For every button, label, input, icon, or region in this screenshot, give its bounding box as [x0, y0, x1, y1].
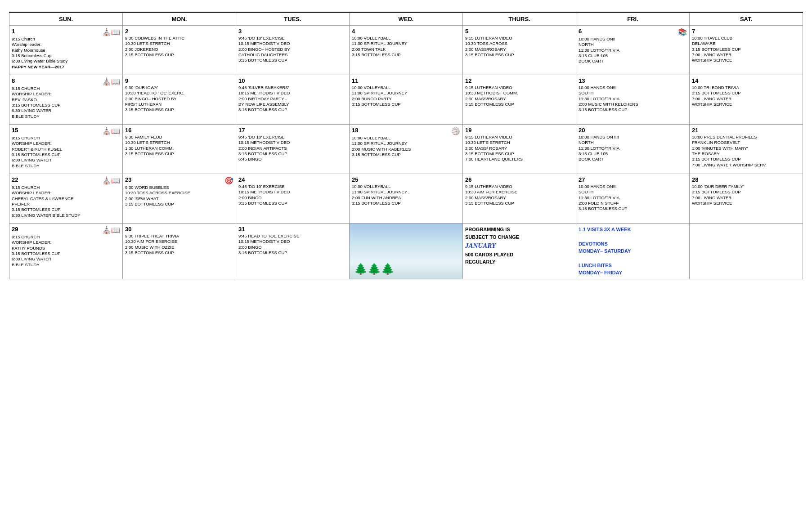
column-header-tues: TUES.: [236, 13, 350, 26]
calendar-cell: 99:30 'OUR IOWA'10:30 'HEAD TO TOE' EXER…: [123, 75, 236, 125]
event-line: 3:15 BOTTOMLESS CUP: [692, 157, 800, 162]
event-line: WORSHIP SERVICE: [692, 58, 800, 63]
event-line: 6:30 LIVING WATER: [12, 108, 120, 113]
event-line: 3:15 BOTTOMLESS CUP: [465, 102, 574, 107]
event-line: 2:00 MASS/ROSARY: [465, 96, 574, 102]
event-line: HAPPY NEW YEAR—2017: [12, 64, 120, 70]
day-number: 3: [238, 28, 242, 35]
column-header-wed: WED.: [350, 13, 463, 26]
event-line: PFEIFER: [12, 202, 120, 207]
event-line: NORTH: [579, 140, 687, 145]
day-number: 21: [692, 127, 698, 134]
day-number: 31: [238, 226, 245, 233]
event-line: 3:15 BOTTOMLESS CUP: [579, 206, 687, 211]
event-line: 10:30 METHODIST COMM.: [465, 90, 574, 96]
day-number: 11: [352, 77, 358, 84]
day-number: 25: [352, 176, 358, 183]
calendar-cell: 6📚10:00 HANDS ON!! NORTH11:30 LOTTO/TRIV…: [576, 26, 690, 75]
day-number: 9: [125, 77, 128, 84]
event-line: 1:30 LUTHERAN COMM.: [125, 146, 233, 151]
event-line: 2:00 MASS/ROSARY: [465, 195, 574, 201]
column-header-mon: MON.: [123, 13, 236, 26]
event-line: WORSHIP SERVICE: [692, 102, 800, 107]
event-line: WORSHIP SERVICE: [692, 201, 800, 206]
event-line: 9:45 'SILVER SNEAKERS': [238, 85, 347, 90]
calendar-cell: 1110:00 VOLLEYBALL11:00 SPIRITUAL JOURNE…: [350, 75, 463, 125]
event-line: 2:00 MUSIC WITH KELCHENS: [579, 102, 687, 107]
event-line: 9:45 'DO 10' EXERCISE: [238, 184, 347, 189]
event-line: 3:15 BOTTOMLESS CUP: [12, 207, 120, 212]
event-line: KATHY POUNDS: [12, 246, 120, 251]
event-line: WORSHIP LEADER:: [12, 190, 120, 196]
event-line: 10:30 'HEAD TO TOE' EXERC.: [125, 90, 233, 96]
calendar-cell: 179:45 'DO 10' EXERCISE10:15 METHODIST V…: [236, 125, 350, 174]
event-line: 6:30 Living Water Bible Study: [12, 58, 120, 64]
event-line: 9:15 LUTHERAN VIDEO: [465, 36, 574, 41]
cell-icon: ⛪📖: [102, 176, 120, 185]
event-line: SOUTH: [579, 90, 687, 96]
calendar-cell: [690, 224, 803, 279]
day-number: 30: [125, 226, 131, 233]
calendar-cell: 18🏐10:00 VOLLEYBALL11:00 SPIRITUAL JOURN…: [350, 125, 463, 174]
event-line: 9:15 CHURCH: [12, 234, 120, 240]
event-line: 6:30 LIVING WATER: [12, 256, 120, 262]
page-title: [9, 9, 803, 13]
event-line: BIBLE STUDY: [12, 262, 120, 268]
event-line: 3:15 BOTTOMLESS CUP: [12, 251, 120, 256]
calendar-cell: 8⛪📖9:15 CHURCHWORSHIP LEADER:REV. PASKO3…: [9, 75, 123, 125]
event-line: 10:00 VOLLEYBALL: [352, 135, 460, 141]
event-line: 9:15 CHURCH: [12, 135, 120, 141]
calendar-cell: 1410:00 TRI BOND TRIVIA3:15 BOTTOMLESS C…: [690, 75, 803, 125]
calendar-cell: 1-1 VISITS 3X A WEEK DEVOTIONSMONDAY– SA…: [576, 224, 690, 279]
event-line: 3:15 BOTTOMLESS CUP: [12, 152, 120, 157]
event-line: 2:00 MUSIC WITH OZZIE: [125, 245, 233, 250]
calendar-cell: 23🎯9:30 WORD BUBBLES10:30 TOSS ACROSS EX…: [123, 174, 236, 224]
event-line: BOOK CART: [579, 157, 687, 162]
day-number: 6: [579, 28, 582, 35]
info-line: [579, 233, 687, 240]
event-line: 11:00 SPIRITUAL JOURNEY: [352, 90, 460, 96]
day-number: 17: [238, 127, 245, 134]
event-line: 3:15 BOTTOMLESS CUP: [692, 189, 800, 195]
event-line: 10:15 METHODIST VIDEO: [238, 189, 347, 195]
event-line: 3:15 BOTTOMLESS CUP: [238, 201, 347, 206]
event-line: 9:15 LUTHERAN VIDEO: [465, 134, 574, 140]
info-line: 500 CARDS PLAYED: [465, 251, 574, 259]
event-line: FIRST LUTHERAN: [125, 102, 233, 107]
day-number: 22: [12, 176, 18, 183]
event-line: 3:15 BOTTOMLESS CUP: [352, 152, 460, 157]
day-number: 7: [692, 28, 695, 35]
event-line: 9:45 'DO 10' EXERCISE: [238, 36, 347, 41]
event-line: 3:15 BOTTOMLESS CUP: [125, 250, 233, 255]
event-line: 11:00 SPIRITUAL JOURNEY: [352, 41, 460, 46]
event-line: 10:30 AIM FOR EXERCISE: [465, 189, 574, 195]
day-number: 18: [352, 127, 358, 134]
event-line: 11:30 LOTTO/TRIVIA: [579, 195, 687, 201]
event-line: 10:00 HANDS ON!!!: [579, 85, 687, 90]
day-number: 8: [12, 77, 15, 84]
event-line: ROBERT & RUTH KUGEL: [12, 147, 120, 152]
calendar-cell: 199:15 LUTHERAN VIDEO10:30 LET'S STRETCH…: [463, 125, 576, 174]
day-number: 20: [579, 127, 585, 134]
event-line: 1:00 'MINUTES WITH MARY': [692, 146, 800, 151]
event-line: 7:00 LIVING WATER WORSHIP SERV.: [692, 162, 800, 168]
event-line: 9:15 CHURCH: [12, 185, 120, 190]
event-line: 3:15 BOTTOMLESS CUP: [352, 201, 460, 206]
calendar-cell: 2010:00 HANDS ON !!!! NORTH11:30 LOTTO/T…: [576, 125, 690, 174]
event-line: 7:00 HEARTLAND QUILTERS: [465, 157, 574, 162]
info-line: [579, 255, 687, 262]
event-line: 2:00 TOWN TALK: [352, 47, 460, 52]
event-line: 3:15 BOTTOMLESS CUP: [579, 107, 687, 112]
event-line: 9:30 COBWEBS IN THE ATTIC: [125, 36, 233, 41]
info-line: SUBJECT TO CHANGE: [465, 233, 574, 241]
event-line: 10:30 AIM FOR EXERCISE: [125, 239, 233, 244]
event-line: 9:30 'OUR IOWA': [125, 85, 233, 90]
event-line: 3:15 BOTTOMLESS CUP: [692, 90, 800, 96]
event-line: 2:00 BINGO: [238, 195, 347, 201]
day-number: 19: [465, 127, 471, 134]
day-number: 26: [465, 176, 471, 183]
event-line: 3:15 BOTTOMLESS CUP: [12, 103, 120, 108]
cell-icon: 📚: [678, 28, 687, 36]
event-line: 10:00 TRI BOND TRIVIA: [692, 85, 800, 90]
info-line: DEVOTIONS: [579, 240, 687, 248]
